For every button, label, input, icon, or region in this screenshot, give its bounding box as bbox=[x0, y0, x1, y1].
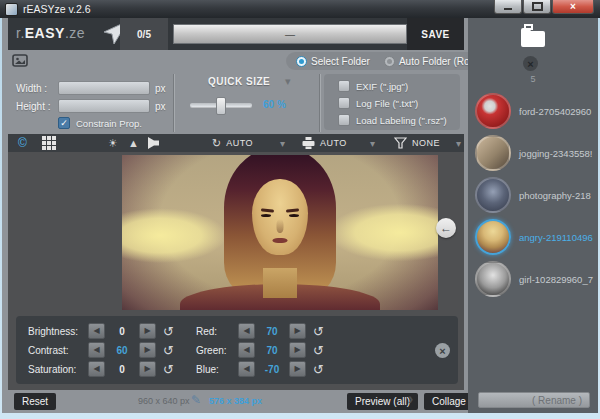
red-increase-button[interactable]: ▶ bbox=[289, 323, 306, 339]
preview-face bbox=[252, 179, 308, 255]
file-item-jogging[interactable]: jogging-2343558! bbox=[468, 132, 598, 174]
saturation-decrease-button[interactable]: ◀ bbox=[88, 361, 105, 377]
blue-reset-icon[interactable]: ↺ bbox=[313, 363, 324, 376]
thumbnail-jogging[interactable] bbox=[475, 135, 511, 171]
contrast-reset-icon[interactable]: ↺ bbox=[163, 344, 174, 357]
red-decrease-button[interactable]: ◀ bbox=[238, 323, 255, 339]
width-unit: px bbox=[155, 83, 166, 94]
progress-text: — bbox=[285, 29, 295, 40]
color-mode-icon[interactable]: © bbox=[18, 137, 27, 149]
preview-neck bbox=[263, 268, 297, 298]
red-value: 70 bbox=[257, 326, 287, 337]
header-bar: r.EASY.ze 0/5 — SAVE bbox=[8, 18, 464, 50]
grid-view-icon[interactable] bbox=[42, 136, 46, 140]
green-increase-button[interactable]: ▶ bbox=[289, 342, 306, 358]
select-folder-label[interactable]: Select Folder bbox=[311, 56, 370, 67]
saturation-reset-icon[interactable]: ↺ bbox=[163, 363, 174, 376]
red-reset-icon[interactable]: ↺ bbox=[313, 325, 324, 338]
pencil-icon[interactable]: ✎ bbox=[191, 393, 201, 407]
reset-button[interactable]: Reset bbox=[14, 393, 56, 410]
contrast-decrease-button[interactable]: ◀ bbox=[88, 342, 105, 358]
enhance-printer-icon[interactable] bbox=[302, 137, 315, 149]
saturation-label: Saturation: bbox=[28, 364, 86, 375]
contrast-label: Contrast: bbox=[28, 345, 86, 356]
filter-chevron-icon[interactable]: ▾ bbox=[456, 138, 461, 149]
contrast-increase-button[interactable]: ▶ bbox=[139, 342, 156, 358]
filter-mode-value[interactable]: NONE bbox=[412, 138, 440, 148]
file-count: 5 bbox=[468, 74, 598, 84]
quick-size-chevron-icon[interactable]: ▾ bbox=[285, 75, 291, 88]
load-labeling-label[interactable]: Load Labeling (".rsz") bbox=[356, 115, 447, 126]
blue-increase-button[interactable]: ▶ bbox=[289, 361, 306, 377]
back-arrow-button[interactable]: ← bbox=[436, 218, 456, 238]
green-reset-icon[interactable]: ↺ bbox=[313, 344, 324, 357]
close-adjustments-button[interactable]: × bbox=[435, 343, 450, 358]
load-labeling-checkbox[interactable] bbox=[338, 114, 350, 126]
source-image-icon[interactable] bbox=[12, 54, 28, 67]
app-body: r.EASY.ze 0/5 — SAVE Select Folder Auto … bbox=[2, 18, 598, 413]
quick-size-slider[interactable] bbox=[190, 103, 252, 107]
enhance-chevron-icon[interactable]: ▾ bbox=[370, 138, 375, 149]
quick-size-slider-handle[interactable] bbox=[216, 97, 226, 115]
brightness-increase-button[interactable]: ▶ bbox=[139, 323, 156, 339]
green-value: 70 bbox=[257, 345, 287, 356]
constrain-checkbox[interactable]: ✓ bbox=[58, 117, 70, 129]
quick-size-percent: 60 % bbox=[263, 99, 286, 110]
file-item-photography[interactable]: photography-218 bbox=[468, 174, 598, 216]
folder-mode-group: Select Folder Auto Folder (Root) bbox=[286, 52, 491, 70]
brightness-sun-icon[interactable]: ☀ bbox=[108, 138, 118, 149]
app-icon bbox=[5, 3, 18, 16]
height-label: Height : bbox=[16, 101, 58, 112]
enhance-mode-value[interactable]: AUTO bbox=[320, 138, 347, 148]
save-button[interactable]: SAVE bbox=[407, 18, 464, 50]
filter-funnel-icon[interactable] bbox=[394, 137, 407, 149]
green-decrease-button[interactable]: ◀ bbox=[238, 342, 255, 358]
exif-checkbox[interactable] bbox=[338, 80, 350, 92]
collage-button[interactable]: Collage bbox=[424, 393, 474, 410]
height-input[interactable] bbox=[58, 99, 150, 113]
file-item-angry[interactable]: angry-219110496 bbox=[468, 216, 598, 258]
minimize-icon bbox=[504, 8, 512, 10]
folder-icon[interactable] bbox=[516, 23, 550, 51]
height-unit: px bbox=[155, 101, 166, 112]
thumbnail-ford[interactable] bbox=[475, 93, 511, 129]
logfile-checkbox[interactable] bbox=[338, 97, 350, 109]
logfile-label[interactable]: Log File (".txt") bbox=[356, 98, 418, 109]
rotate-chevron-icon[interactable]: ▾ bbox=[280, 138, 285, 149]
blue-label: Blue: bbox=[196, 364, 236, 375]
brightness-decrease-button[interactable]: ◀ bbox=[88, 323, 105, 339]
rotate-mode-value[interactable]: AUTO bbox=[226, 138, 253, 148]
file-item-girl[interactable]: girl-102829960_7 bbox=[468, 258, 598, 300]
brightness-value: 0 bbox=[107, 326, 137, 337]
constrain-label[interactable]: Constrain Prop. bbox=[76, 118, 142, 129]
select-folder-radio[interactable] bbox=[296, 56, 307, 67]
thumbnail-photography[interactable] bbox=[475, 177, 511, 213]
green-label: Green: bbox=[196, 345, 236, 356]
auto-folder-radio[interactable] bbox=[384, 56, 395, 67]
quick-size-title[interactable]: QUICK SIZE bbox=[208, 76, 270, 87]
close-button[interactable]: × bbox=[552, 0, 594, 14]
collage-arrow-icon: › bbox=[408, 390, 413, 408]
blue-value: -70 bbox=[257, 364, 287, 375]
thumbnail-angry[interactable] bbox=[475, 219, 511, 255]
canvas-area: ← Brightness: ◀ 0 ▶ ↺ Contrast: ◀ 60 ▶ ↺ bbox=[8, 152, 464, 390]
app-logo: r.EASY.ze bbox=[16, 25, 85, 41]
rename-button[interactable]: ( Rename ) bbox=[478, 392, 590, 408]
thumbnail-girl[interactable] bbox=[475, 261, 511, 297]
megaphone-icon[interactable] bbox=[146, 137, 160, 149]
minimize-button[interactable] bbox=[494, 0, 522, 14]
target-size-text: 576 x 384 px bbox=[209, 396, 262, 406]
file-item-ford[interactable]: ford-2705402960 bbox=[468, 90, 598, 132]
saturation-increase-button[interactable]: ▶ bbox=[139, 361, 156, 377]
contrast-triangle-icon[interactable]: ▲ bbox=[128, 138, 139, 149]
window-frame: r.EASY.ze 0/5 — SAVE Select Folder Auto … bbox=[0, 18, 600, 419]
window-title: rEASYze v.2.6 bbox=[23, 3, 91, 15]
original-size-text: 960 x 640 px bbox=[138, 396, 190, 406]
width-input[interactable] bbox=[58, 81, 150, 95]
blue-decrease-button[interactable]: ◀ bbox=[238, 361, 255, 377]
clear-list-button[interactable]: × bbox=[523, 56, 538, 71]
exif-label[interactable]: EXIF (".jpg") bbox=[356, 81, 408, 92]
maximize-button[interactable] bbox=[523, 0, 551, 14]
brightness-reset-icon[interactable]: ↺ bbox=[163, 325, 174, 338]
rotate-icon[interactable]: ↻ bbox=[212, 138, 221, 149]
